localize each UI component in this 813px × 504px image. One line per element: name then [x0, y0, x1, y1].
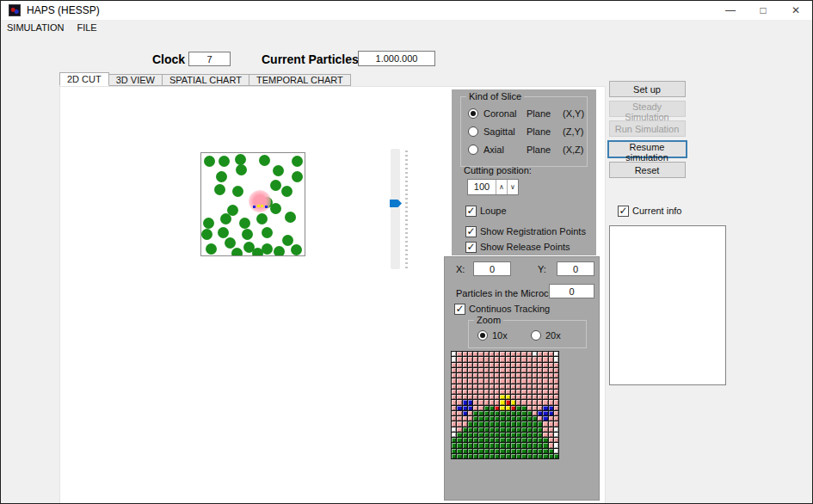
microcubic-particles-field[interactable]: 0 — [549, 284, 594, 298]
grid-cell — [516, 449, 520, 453]
kind-of-slice-title: Kind of Slice — [466, 91, 524, 101]
checkbox-show-release-points[interactable]: ✓Show Release Points — [465, 241, 586, 253]
grid-cell — [533, 454, 537, 458]
grid-cell — [478, 438, 483, 442]
grid-cell — [549, 411, 553, 415]
menu-item-simulation[interactable]: SIMULATION — [7, 20, 71, 35]
grid-cell — [521, 416, 526, 421]
cutting-position-spinner: 100 ∧ ∨ — [467, 179, 519, 195]
grid-cell — [452, 433, 456, 437]
grid-cell — [473, 406, 477, 410]
x-field[interactable]: 0 — [473, 261, 511, 276]
grid-cell — [463, 352, 467, 356]
tab-strip: 2D CUT3D VIEWSPATIAL CHARTTEMPORAL CHART — [59, 72, 350, 86]
grid-cell — [527, 400, 532, 404]
checkbox-current-info[interactable]: ✓Current info — [618, 205, 681, 217]
maximize-icon[interactable]: □ — [747, 1, 779, 20]
grid-cell — [500, 416, 504, 421]
slider-thumb-icon[interactable] — [390, 200, 402, 207]
grid-cell — [533, 433, 537, 437]
checkbox-icon: ✓ — [618, 206, 629, 217]
grid-cell — [500, 438, 504, 442]
grid-cell — [452, 416, 456, 421]
grid-cell — [516, 373, 520, 378]
radio-coronal-plane[interactable]: CoronalPlane(X,Y) — [468, 108, 584, 120]
current-particles-field[interactable]: 1.000.000 — [358, 51, 435, 66]
grid-cell — [554, 454, 558, 458]
grid-cell — [463, 416, 467, 421]
grid-cell — [495, 438, 499, 442]
tab-2d-cut[interactable]: 2D CUT — [59, 72, 109, 86]
grid-cell — [473, 384, 477, 389]
minimize-icon[interactable]: — — [714, 1, 747, 20]
checkbox-icon: ✓ — [465, 226, 477, 237]
grid-cell — [484, 390, 489, 394]
grid-cell — [527, 357, 532, 361]
grid-cell — [468, 438, 472, 442]
button-resume-simulation[interactable]: Resume simulation — [607, 140, 687, 158]
checkbox-show-registration-points[interactable]: ✓Show Registration Points — [465, 225, 586, 237]
tab-3d-view[interactable]: 3D VIEW — [108, 74, 163, 86]
radio-circle-icon — [468, 144, 478, 155]
blob-marker-dot — [257, 205, 260, 207]
spinner-down-icon[interactable]: ∨ — [507, 180, 518, 194]
grid-cell — [516, 363, 520, 367]
radio-sagittal-plane[interactable]: SagittalPlane(Z,Y) — [468, 126, 583, 138]
grid-cell — [463, 406, 467, 410]
grid-cell — [527, 416, 532, 421]
grid-cell — [457, 352, 461, 356]
radio-zoom-20x[interactable]: 20x — [531, 329, 561, 341]
grid-cell — [506, 443, 510, 447]
grid-cell — [527, 368, 532, 372]
tab-spatial-chart[interactable]: SPATIAL CHART — [162, 74, 249, 86]
close-icon[interactable]: ✕ — [779, 1, 812, 20]
button-reset[interactable]: Reset — [609, 162, 686, 178]
spinner-up-icon[interactable]: ∧ — [496, 180, 507, 194]
grid-cell — [521, 443, 526, 447]
grid-cell — [543, 443, 547, 447]
grid-cell — [538, 352, 542, 356]
tab-temporal-chart[interactable]: TEMPORAL CHART — [249, 74, 351, 86]
current-particles-label: Current Particles — [262, 52, 359, 66]
checkbox-loupe[interactable]: ✓Loupe — [465, 205, 586, 217]
menu-item-file[interactable]: FILE — [77, 20, 104, 35]
grid-cell — [495, 352, 499, 356]
button-set-up[interactable]: Set up — [609, 81, 686, 97]
info-listbox[interactable] — [609, 225, 726, 385]
grid-cell — [543, 378, 547, 383]
checkbox-continuos-tracking[interactable]: ✓Continuos Tracking — [454, 303, 550, 315]
grid-cell — [478, 373, 483, 378]
grid-cell — [554, 368, 558, 372]
checkbox-icon: ✓ — [454, 304, 465, 315]
grid-cell — [463, 449, 467, 453]
grid-cell — [516, 454, 520, 458]
grid-cell — [516, 357, 520, 361]
grid-cell — [554, 421, 558, 426]
cutting-slider[interactable] — [391, 149, 400, 269]
grid-cell — [533, 378, 537, 383]
grid-cell — [478, 406, 483, 410]
grid-cell — [478, 400, 483, 404]
grid-cell — [543, 416, 547, 421]
grid-cell — [495, 411, 499, 415]
grid-cell — [490, 454, 494, 458]
cutting-position-value[interactable]: 100 — [468, 180, 496, 194]
grid-cell — [549, 384, 553, 389]
grid-cell — [500, 427, 504, 432]
grid-cell — [521, 411, 526, 415]
radio-axial-plane[interactable]: AxialPlane(X,Z) — [468, 144, 583, 156]
grid-cell — [538, 368, 542, 372]
radio-zoom-10x[interactable]: 10x — [477, 329, 508, 341]
particle-dot — [273, 165, 284, 176]
grid-cell — [543, 454, 547, 458]
clock-value-field[interactable]: 7 — [188, 52, 231, 66]
grid-cell — [463, 427, 467, 432]
grid-cell — [452, 449, 456, 453]
grid-cell — [554, 433, 558, 437]
particle-dot — [214, 184, 225, 195]
button-run-simulation: Run Simulation — [609, 120, 686, 137]
y-field[interactable]: 0 — [557, 261, 594, 276]
slice-canvas[interactable] — [200, 152, 305, 256]
grid-cell — [495, 373, 499, 378]
grid-cell — [484, 368, 489, 372]
